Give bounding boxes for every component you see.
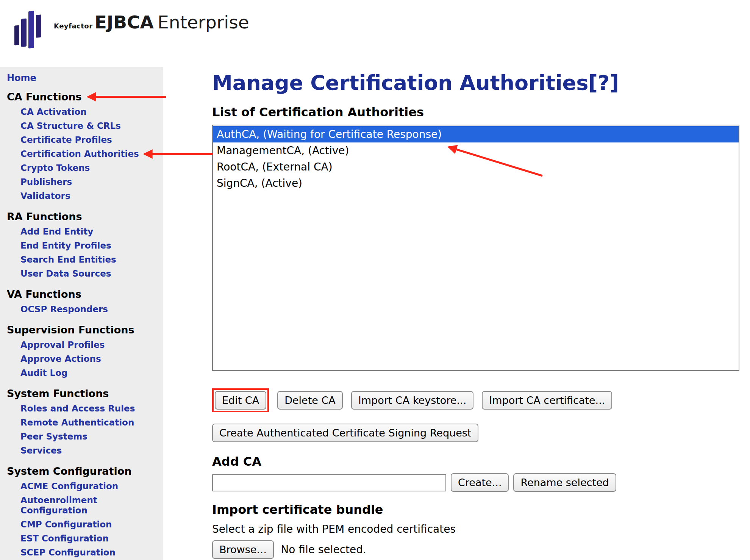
ca-actions-row: Edit CA Delete CA Import CA keystore... … bbox=[212, 388, 739, 412]
product-edition: Enterprise bbox=[158, 12, 249, 33]
sidebar-section-system-functions: System Functions bbox=[7, 388, 109, 399]
file-upload-row: Browse… No file selected. bbox=[212, 540, 739, 559]
sidebar-section-ca-functions: CA Functions bbox=[7, 91, 82, 103]
sidebar-item-ca-structure-crls[interactable]: CA Structure & CRLs bbox=[7, 119, 121, 133]
header: Keyfactor EJBCAEnterprise bbox=[0, 0, 750, 61]
sidebar: Home CA Functions CA Activation CA Struc… bbox=[0, 67, 163, 560]
sidebar-item-approval-profiles[interactable]: Approval Profiles bbox=[7, 338, 105, 352]
sidebar-item-cmp-configuration[interactable]: CMP Configuration bbox=[7, 518, 112, 532]
browse-button[interactable]: Browse… bbox=[212, 540, 274, 559]
sidebar-item-search-end-entities[interactable]: Search End Entities bbox=[7, 253, 116, 267]
sidebar-section-va-functions: VA Functions bbox=[7, 288, 81, 300]
ca-option-managementca[interactable]: ManagementCA, (Active) bbox=[213, 142, 739, 159]
ca-listbox[interactable]: AuthCA, (Waiting for Certificate Respons… bbox=[212, 125, 739, 371]
sidebar-item-crypto-tokens[interactable]: Crypto Tokens bbox=[7, 161, 90, 175]
ca-list-heading: List of Certification Authorities bbox=[212, 105, 739, 119]
add-ca-name-input[interactable] bbox=[212, 474, 446, 491]
ca-option-rootca[interactable]: RootCA, (External CA) bbox=[213, 159, 739, 175]
sidebar-item-validators[interactable]: Validators bbox=[7, 189, 70, 203]
import-bundle-heading: Import certificate bundle bbox=[212, 502, 739, 517]
add-ca-heading: Add CA bbox=[212, 454, 739, 469]
page-title-text: Manage Certification Authorities bbox=[212, 71, 588, 95]
import-ca-keystore-button[interactable]: Import CA keystore... bbox=[351, 391, 473, 410]
sidebar-item-ocsp-responders[interactable]: OCSP Responders bbox=[7, 302, 108, 316]
product-name: EJBCA bbox=[95, 12, 154, 33]
sidebar-item-home[interactable]: Home bbox=[7, 73, 36, 83]
add-ca-row: Create... Rename selected bbox=[212, 473, 739, 492]
sidebar-section-supervision-functions: Supervision Functions bbox=[7, 324, 134, 336]
sidebar-item-end-entity-profiles[interactable]: End Entity Profiles bbox=[7, 239, 111, 253]
page-title: Manage Certification Authorities[?] bbox=[212, 71, 739, 95]
import-ca-certificate-button[interactable]: Import CA certificate... bbox=[482, 391, 612, 410]
edit-ca-button[interactable]: Edit CA bbox=[215, 391, 266, 410]
sidebar-item-est-configuration[interactable]: EST Configuration bbox=[7, 532, 109, 546]
ca-option-signca[interactable]: SignCA, (Active) bbox=[213, 175, 739, 191]
edit-ca-highlight-annotation: Edit CA bbox=[212, 388, 269, 412]
sidebar-item-remote-authentication[interactable]: Remote Authentication bbox=[7, 416, 134, 430]
brand-name: Keyfactor bbox=[54, 22, 93, 30]
sidebar-item-scep-configuration[interactable]: SCEP Configuration bbox=[7, 546, 116, 560]
sidebar-item-peer-systems[interactable]: Peer Systems bbox=[7, 430, 88, 444]
sidebar-item-audit-log[interactable]: Audit Log bbox=[7, 366, 67, 380]
sidebar-item-services[interactable]: Services bbox=[7, 444, 62, 458]
sidebar-section-ra-functions: RA Functions bbox=[7, 211, 82, 222]
create-csr-button[interactable]: Create Authenticated Certificate Signing… bbox=[212, 424, 478, 442]
import-bundle-hint: Select a zip file with PEM encoded certi… bbox=[212, 523, 739, 536]
sidebar-item-approve-actions[interactable]: Approve Actions bbox=[7, 352, 101, 366]
sidebar-item-user-data-sources[interactable]: User Data Sources bbox=[7, 267, 111, 281]
sidebar-item-acme-configuration[interactable]: ACME Configuration bbox=[7, 479, 118, 493]
logo[interactable]: Keyfactor EJBCAEnterprise bbox=[0, 0, 750, 52]
logo-text: Keyfactor EJBCAEnterprise bbox=[54, 12, 249, 33]
sidebar-item-certificate-profiles[interactable]: Certificate Profiles bbox=[7, 133, 112, 147]
file-status-text: No file selected. bbox=[281, 543, 366, 556]
keyfactor-logo-icon bbox=[14, 5, 45, 52]
sidebar-item-autoenrollment-configuration[interactable]: Autoenrollment Configuration bbox=[7, 493, 158, 518]
sidebar-item-certification-authorities[interactable]: Certification Authorities bbox=[7, 147, 139, 161]
sidebar-item-publishers[interactable]: Publishers bbox=[7, 175, 72, 189]
sidebar-item-roles-and-access-rules[interactable]: Roles and Access Rules bbox=[7, 402, 135, 416]
ca-option-authca[interactable]: AuthCA, (Waiting for Certificate Respons… bbox=[213, 126, 739, 142]
create-ca-button[interactable]: Create... bbox=[451, 473, 509, 492]
product-line: EJBCAEnterprise bbox=[95, 12, 249, 33]
delete-ca-button[interactable]: Delete CA bbox=[277, 391, 343, 410]
csr-row: Create Authenticated Certificate Signing… bbox=[212, 424, 739, 442]
sidebar-item-ca-activation[interactable]: CA Activation bbox=[7, 105, 87, 119]
help-link[interactable]: [?] bbox=[588, 71, 619, 95]
main-content: Manage Certification Authorities[?] List… bbox=[212, 67, 739, 559]
sidebar-item-add-end-entity[interactable]: Add End Entity bbox=[7, 225, 93, 239]
rename-selected-button[interactable]: Rename selected bbox=[513, 473, 616, 492]
sidebar-section-system-configuration: System Configuration bbox=[7, 465, 131, 477]
